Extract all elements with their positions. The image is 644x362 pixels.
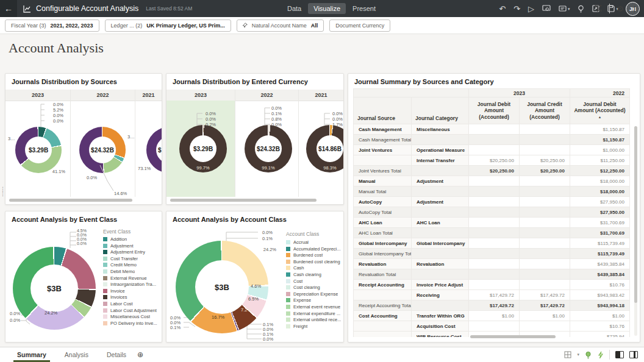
table-row[interactable]: AutoCopy Total $27,950.00 [354,207,630,218]
table-row[interactable]: Cost Accounting Transfer Within ORG $1.0… [354,311,630,321]
preview-play-icon[interactable]: ▷ [528,5,534,13]
vertical-scrollbar[interactable] [634,126,637,336]
legend-item[interactable]: Invoices [103,295,157,299]
right-panel-toggle-icon[interactable] [629,351,638,358]
legend-item[interactable]: Cost [286,279,341,283]
legend-item[interactable]: Adjustment [103,244,157,248]
legend-item[interactable]: Debit Memo [103,269,157,274]
legend-chip [103,295,107,299]
sort-asc-icon[interactable]: ▲ [598,115,601,119]
col-header-debit-2023[interactable]: Journal Debit Amount (Accounted) [469,98,520,124]
filter-pill[interactable]: Natural Account Name All [237,20,324,32]
layout-caret-icon[interactable]: ▾ [577,352,579,357]
refresh-data-icon[interactable] [542,5,551,12]
legend-item[interactable]: External event revenue [286,305,341,309]
cell-journal-category [412,135,469,145]
legend-item[interactable]: Adjustment Entry [103,250,157,254]
settings-gear-icon[interactable]: ⚙ [617,4,624,13]
table-row[interactable]: Global Intercompany Total $115,739.49 [354,249,630,259]
insights-bulb-icon[interactable] [578,5,584,13]
legend-item[interactable]: Expense [286,298,341,302]
filter-pill[interactable]: Fiscal Year (3) 2021, 2022, 2023 [5,20,99,32]
legend-item[interactable]: PO Delivery into Inve... [103,321,157,325]
table-row[interactable]: Receiving $17,429.72 $17,429.72 $943,983… [354,290,630,300]
back-button[interactable]: ← [0,0,17,17]
comments-icon[interactable]: ▾ [559,5,570,12]
donut-currency-2023[interactable]: $3.29B 99.7% [179,125,227,172]
canvas-tab[interactable]: Details [107,347,126,362]
canvas-tab[interactable]: Summary [17,347,46,362]
horizontal-scrollbar[interactable] [9,199,153,202]
auto-insights-bulb-icon[interactable] [585,351,592,359]
mode-tab[interactable]: Present [347,3,381,14]
horizontal-scrollbar[interactable] [170,199,335,202]
legend-item[interactable]: Labor Cost [103,302,157,306]
cell-credit-2023 [520,228,570,238]
horizontal-scrollbar[interactable] [353,335,630,338]
table-row[interactable]: Cash Management Miscellaneous $1,150.87 [354,124,630,135]
table-row[interactable]: Acquisition Cost $10.76 [354,321,630,332]
legend-item[interactable]: Intraorganization Tra... [103,282,157,286]
canvas-layout-grid-icon[interactable] [564,351,571,358]
mode-tab[interactable]: Data [282,3,307,14]
legend-item[interactable]: Accrual [286,240,341,244]
filter-label: Natural Account Name [252,23,307,29]
donut-currency-2022[interactable]: $24.32B 99.1% [245,125,292,172]
assistant-spark-icon[interactable] [597,351,604,359]
pct-label: 0.0% [332,111,343,116]
table-row[interactable]: Joint Ventures Total $20,250.00 $20,250.… [354,166,630,176]
window-grip-handle[interactable]: ⋮⋮⋮⋮ [0,186,5,196]
table-row[interactable]: AHC Loan AHC Loan $31,700.69 [354,218,630,228]
table-row[interactable]: Global Intercompany Global Intercompany … [354,238,630,249]
table-row[interactable]: AHC Loan Total $31,700.69 [354,228,630,238]
col-header-journal-category[interactable]: Journal Category [412,98,469,124]
legend-item[interactable]: Cash clearing [286,272,341,277]
legend-item[interactable]: Burdened cost clearing [286,260,341,264]
table-row[interactable]: Internal Transfer $20,250.00 $20,250.00 … [354,155,630,166]
table-row[interactable]: Cash Management Total $1,150.87 [354,135,630,145]
legend-item[interactable]: Credit Memo [103,263,157,267]
legend-item[interactable]: Addition [103,237,157,241]
legend-item[interactable]: Burdened cost [286,253,341,257]
limit-values-funnel-icon[interactable] [595,5,603,12]
table-row[interactable]: Receipt Accounting Total $17,429.72 $17,… [354,300,630,311]
table-row[interactable]: Manual Total $18,000.00 [354,186,630,197]
legend-item[interactable]: Labor Cost Adjustment [103,308,157,313]
table-row[interactable]: Manual Adjustment $18,000.00 [354,176,630,186]
col-header-debit-2022[interactable]: Journal Debit Amount (Accounted) ▲ [570,98,630,124]
undo-icon[interactable]: ↶ [499,5,506,13]
legend-item[interactable]: Depreciation Expense [286,292,341,296]
donut-currency-2021[interactable]: $14.86B 98.3% [306,125,343,172]
donut-event-class[interactable]: $3B [13,247,96,330]
legend-item[interactable]: Accumulated Depreci... [286,247,341,251]
canvas-tab[interactable]: Analysis [65,347,88,362]
legend-item[interactable]: External Revenue [103,276,157,280]
legend-label: Depreciation Expense [293,291,338,297]
add-canvas-icon[interactable]: ⊕ [137,350,143,359]
col-header-journal-source[interactable]: Journal Source [354,98,412,124]
legend-item[interactable]: Freight [286,324,341,328]
legend-item[interactable]: Miscellaneous Cost [103,314,157,319]
mode-tab[interactable]: Visualize [308,3,346,14]
table-row[interactable]: AutoCopy Adjustment $27,950.00 [354,197,630,207]
kebab-menu-icon[interactable]: ⋮ [631,4,639,13]
legend-item[interactable]: Invoice [103,289,157,293]
filter-pill[interactable]: Ledger ... (2) UK Primary Ledger, US Pri… [105,20,231,32]
legend-item[interactable]: External expenditure ... [286,311,341,316]
table-row[interactable]: Receipt Accounting Invoice Price Adjust … [354,280,630,290]
redo-icon[interactable]: ↷ [513,5,520,13]
legend-label: Adjustment [110,243,134,249]
cell-credit-2023 [520,124,570,135]
cell-journal-source: Revaluation Total [354,269,412,280]
filter-pill[interactable]: Document Currency [329,20,390,32]
legend-item[interactable]: Cost Transfer [103,257,157,261]
legend-item[interactable]: Cash [286,266,341,270]
donut-sources-2023[interactable]: $3.29B [15,127,62,173]
left-panel-toggle-icon[interactable] [615,351,624,358]
col-header-credit-2023[interactable]: Journal Credit Amount (Accounted) [520,98,570,124]
table-row[interactable]: Revaluation Revaluation $439,385.84 [354,259,630,269]
table-row[interactable]: Joint Ventures Operational Measure $1,00… [354,145,630,155]
legend-item[interactable]: External unbilled rece... [286,318,341,322]
legend-item[interactable]: Cost clearing [286,285,341,289]
table-row[interactable]: Revaluation Total $439,385.84 [354,269,630,280]
